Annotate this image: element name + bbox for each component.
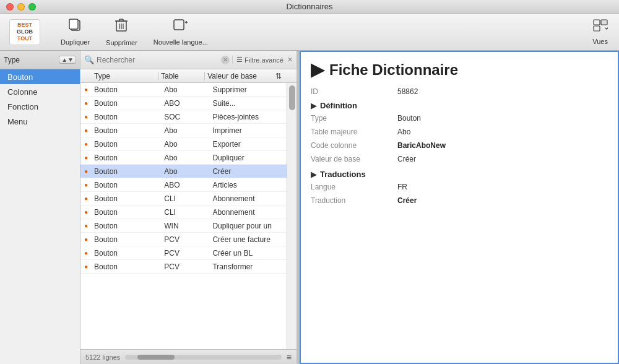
detail-id-row: ID 58862	[311, 87, 608, 96]
type-label: Type	[4, 56, 56, 64]
table-row[interactable]: ● Bouton Abo Dupliquer	[80, 151, 297, 165]
table-row[interactable]: ● Bouton PCV Créer une facture	[80, 233, 297, 246]
traductions-title: Traductions	[320, 170, 366, 179]
sidebar-item-fonction[interactable]: Fonction	[0, 99, 80, 114]
filter-icon: ☰	[236, 56, 243, 64]
row-dot: ●	[80, 181, 92, 188]
close-button[interactable]	[6, 3, 14, 11]
row-dot: ●	[80, 86, 92, 93]
row-type: Bouton	[92, 167, 162, 176]
row-table: PCV	[162, 249, 210, 258]
table-row[interactable]: ● Bouton Abo Exporter	[80, 137, 297, 151]
table-row[interactable]: ● Bouton SOC Pièces-jointes	[80, 110, 297, 124]
row-table: Abo	[162, 85, 210, 94]
row-table: Abo	[162, 140, 210, 149]
logo: BESTGLOBTOUT	[9, 19, 40, 45]
table-row[interactable]: ● Bouton Abo Imprimer	[80, 124, 297, 137]
duplicate-label: Dupliquer	[61, 38, 90, 46]
row-table: WIN	[162, 222, 210, 230]
row-valeur: Supprimer	[210, 85, 297, 94]
row-dot: ●	[80, 168, 92, 175]
delete-button[interactable]: Supprimer	[101, 15, 142, 49]
list-menu-icon[interactable]: ≡	[287, 352, 292, 362]
traduction-value: Créer	[397, 196, 417, 205]
views-label: Vues	[592, 38, 608, 45]
table-row[interactable]: ● Bouton CLI Abonnement	[80, 206, 297, 219]
type-value: Bouton	[397, 114, 421, 123]
row-valeur: Abonnement	[210, 208, 297, 217]
row-table: CLI	[162, 194, 210, 203]
traduction-row: Traduction Créer	[311, 195, 608, 206]
definition-arrow: ▶	[311, 102, 316, 110]
table-row[interactable]: ● Bouton PCV Créer un BL	[80, 246, 297, 260]
search-input[interactable]	[97, 56, 219, 64]
maximize-button[interactable]	[28, 3, 36, 11]
traduction-label: Traduction	[311, 196, 397, 205]
row-table: CLI	[162, 208, 210, 217]
sidebar-header: Type ▲▼	[0, 51, 80, 69]
new-language-label: Nouvelle langue...	[154, 38, 208, 46]
clear-search-button[interactable]: ✕	[221, 56, 230, 64]
row-dot: ●	[80, 127, 92, 134]
sort-icon[interactable]: ⇅	[275, 72, 282, 80]
id-value: 58862	[397, 87, 418, 96]
toolbar: BESTGLOBTOUT Dupliquer Supprimer	[0, 14, 619, 51]
row-dot: ●	[80, 141, 92, 147]
row-valeur: Abonnement	[210, 194, 297, 203]
views-button[interactable]: Vues	[587, 17, 613, 48]
header-type[interactable]: Type	[92, 72, 158, 80]
row-type: Bouton	[92, 85, 162, 94]
table-row[interactable]: ● Bouton CLI Abonnement	[80, 192, 297, 206]
table-row[interactable]: ● Bouton WIN Dupliquer pour un	[80, 219, 297, 233]
svg-rect-10	[174, 20, 184, 30]
sidebar-item-menu[interactable]: Menu	[0, 114, 80, 129]
scroll-thumb-vertical[interactable]	[289, 85, 295, 110]
type-row: Type Bouton	[311, 113, 608, 124]
table-row[interactable]: ● Bouton ABO Articles	[80, 178, 297, 192]
row-valeur: Créer une facture	[210, 235, 297, 244]
row-type: Bouton	[92, 208, 162, 217]
header-table[interactable]: Table	[158, 72, 205, 80]
table-row[interactable]: ● Bouton Abo Supprimer	[80, 83, 297, 97]
table-label: Table majeure	[311, 128, 397, 136]
new-language-button[interactable]: Nouvelle langue...	[149, 16, 213, 48]
filter-button[interactable]: ☰ Filtre.avancé ✕	[232, 56, 293, 64]
row-table: Abo	[162, 167, 210, 176]
row-type: Bouton	[92, 222, 162, 230]
scroll-thumb-horizontal[interactable]	[137, 355, 175, 360]
table-row[interactable]: ● Bouton ABO Suite...	[80, 97, 297, 110]
detail-panel: ▶ Fiche Dictionnaire ID 58862 ▶ Définiti…	[300, 51, 619, 364]
duplicate-button[interactable]: Dupliquer	[56, 16, 95, 48]
row-type: Bouton	[92, 113, 162, 121]
list-toolbar: 🔍 ✕ ☰ Filtre.avancé ✕	[80, 51, 297, 69]
sidebar-item-colonne[interactable]: Colonne	[0, 84, 80, 99]
svg-rect-1	[69, 19, 78, 29]
definition-title: Définition	[320, 101, 357, 110]
vertical-scrollbar[interactable]	[287, 83, 297, 349]
id-label: ID	[311, 87, 397, 96]
duplicate-icon	[68, 19, 83, 36]
definition-section-header[interactable]: ▶ Définition	[311, 101, 608, 110]
row-valeur: Suite...	[210, 99, 297, 108]
filter-close-button[interactable]: ✕	[287, 56, 293, 64]
valeur-label: Valeur de base	[311, 155, 397, 163]
minimize-button[interactable]	[17, 3, 25, 11]
type-dropdown-chevron[interactable]: ▲▼	[59, 56, 76, 64]
row-dot: ●	[80, 209, 92, 215]
row-dot: ●	[80, 154, 92, 161]
traductions-section-header[interactable]: ▶ Traductions	[311, 170, 608, 179]
search-icon: 🔍	[84, 55, 94, 64]
table-row[interactable]: ● Bouton Abo Créer	[80, 165, 297, 178]
logo-area: BESTGLOBTOUT	[6, 17, 43, 48]
row-type: Bouton	[92, 262, 162, 271]
table-row[interactable]: ● Bouton PCV Transformer	[80, 260, 297, 274]
valeur-value: Créer	[397, 155, 416, 163]
sidebar-item-bouton[interactable]: Bouton	[0, 69, 80, 84]
row-count: 5122 lignes	[85, 353, 120, 361]
row-dot: ●	[80, 222, 92, 229]
horizontal-scrollbar[interactable]	[125, 355, 282, 360]
row-valeur: Dupliquer pour un	[210, 222, 297, 230]
row-valeur: Pièces-jointes	[210, 113, 297, 121]
table-header: Type Table Valeur de base ⇅	[80, 69, 297, 83]
row-valeur: Créer un BL	[210, 249, 297, 258]
